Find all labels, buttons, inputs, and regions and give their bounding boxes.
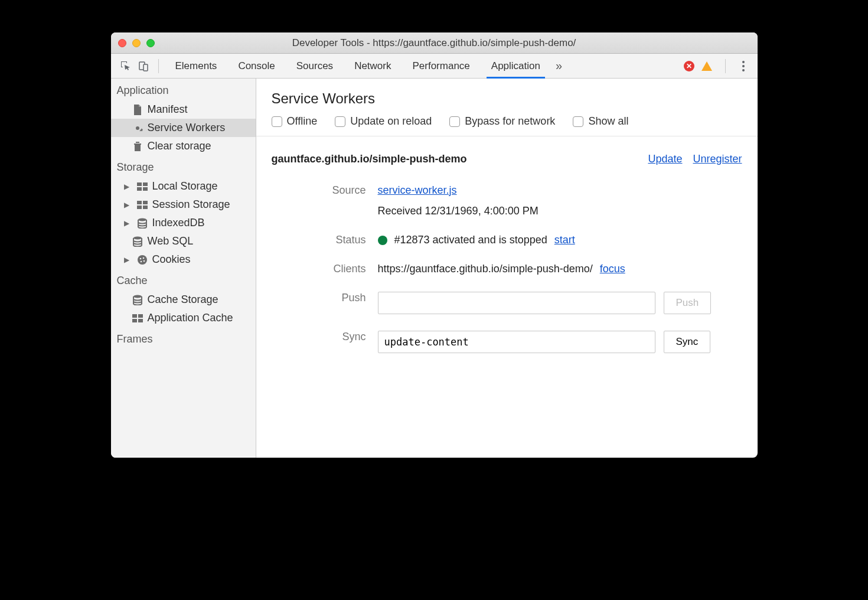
database-icon [132,295,143,305]
sidebar-item-websql[interactable]: Web SQL [111,232,256,250]
sidebar-group-application: Application [111,79,256,100]
tab-elements[interactable]: Elements [165,54,228,79]
application-sidebar: Application Manifest Service Workers Cle… [111,79,256,458]
tabs-overflow-icon[interactable]: » [551,59,567,73]
sidebar-item-session-storage[interactable]: ▶ Session Storage [111,195,256,214]
expand-icon[interactable]: ▶ [124,256,132,264]
update-on-reload-checkbox[interactable]: Update on reload [335,115,432,128]
sidebar-item-label: Local Storage [152,180,218,193]
svg-point-13 [139,257,141,259]
toolbar-right: ✕ [684,59,752,73]
push-input[interactable] [378,292,655,314]
sidebar-item-application-cache[interactable]: Application Cache [111,309,256,327]
sidebar-group-storage: Storage [111,155,256,177]
sidebar-item-clear-storage[interactable]: Clear storage [111,137,256,155]
svg-rect-18 [132,314,137,318]
checkbox-input[interactable] [335,116,345,127]
clients-label: Clients [272,263,378,275]
start-link[interactable]: start [554,234,575,246]
grid-icon [132,313,143,324]
device-toggle-icon[interactable] [135,57,152,75]
settings-menu-icon[interactable] [739,61,748,71]
grid-icon [137,181,148,192]
checkbox-input[interactable] [573,116,583,127]
svg-point-11 [133,236,142,239]
bypass-for-network-checkbox[interactable]: Bypass for network [449,115,555,128]
svg-rect-7 [143,201,148,204]
source-label: Source [272,184,378,197]
sidebar-item-cookies[interactable]: ▶ Cookies [111,250,256,269]
svg-rect-4 [137,187,142,191]
sidebar-group-cache: Cache [111,269,256,291]
focus-link[interactable]: focus [600,263,625,275]
gear-icon [132,123,143,133]
checkbox-label: Bypass for network [465,115,555,128]
grid-icon [137,200,148,210]
svg-point-16 [140,260,142,262]
origin-text: gauntface.github.io/simple-push-demo [272,153,467,165]
sync-input[interactable] [378,331,655,353]
svg-point-14 [142,257,144,259]
origin-row: gauntface.github.io/simple-push-demo Upd… [256,136,758,170]
sidebar-item-indexeddb[interactable]: ▶ IndexedDB [111,214,256,232]
sidebar-item-label: Clear storage [148,140,211,152]
show-all-checkbox[interactable]: Show all [573,115,628,128]
sidebar-group-frames: Frames [111,327,256,349]
sidebar-item-manifest[interactable]: Manifest [111,100,256,119]
tab-application[interactable]: Application [481,54,551,79]
main-panel: Service Workers Offline Update on reload… [256,79,758,458]
sync-label: Sync [272,331,378,343]
push-button[interactable]: Push [664,292,712,314]
source-row: Source service-worker.js Received 12/31/… [272,176,742,226]
file-icon [132,105,143,115]
error-indicator-icon[interactable]: ✕ [684,61,694,71]
sync-row: Sync Sync [272,322,742,361]
expand-icon[interactable]: ▶ [124,182,132,191]
status-label: Status [272,234,378,246]
options-row: Offline Update on reload Bypass for netw… [272,115,742,128]
separator [725,59,726,73]
svg-rect-2 [137,182,142,186]
push-row: Push Push [272,283,742,322]
svg-rect-9 [143,206,148,209]
body: Application Manifest Service Workers Cle… [111,79,758,458]
sidebar-item-cache-storage[interactable]: Cache Storage [111,291,256,309]
sidebar-item-local-storage[interactable]: ▶ Local Storage [111,177,256,195]
expand-icon[interactable]: ▶ [124,219,132,227]
panel-tabs: Elements Console Sources Network Perform… [165,54,684,79]
tab-network[interactable]: Network [344,54,402,79]
offline-checkbox[interactable]: Offline [272,115,318,128]
svg-rect-19 [138,314,143,318]
sidebar-item-label: Web SQL [148,235,194,247]
trash-icon [132,141,143,152]
status-indicator-icon [378,236,387,245]
origin-actions: Update Unregister [648,153,742,165]
detail-grid: Source service-worker.js Received 12/31/… [256,170,758,373]
sidebar-item-service-workers[interactable]: Service Workers [111,119,256,137]
tab-performance[interactable]: Performance [402,54,480,79]
tab-console[interactable]: Console [227,54,285,79]
unregister-link[interactable]: Unregister [693,153,742,165]
panel-title: Service Workers [272,90,742,107]
received-text: Received 12/31/1969, 4:00:00 PM [378,205,742,217]
svg-rect-21 [138,319,143,322]
status-row: Status #12873 activated and is stopped s… [272,226,742,255]
source-link[interactable]: service-worker.js [378,184,457,197]
titlebar: Developer Tools - https://gauntface.gith… [111,32,758,54]
inspect-element-icon[interactable] [117,57,135,75]
checkbox-input[interactable] [272,116,282,127]
status-text: #12873 activated and is stopped [394,234,547,246]
expand-icon[interactable]: ▶ [124,201,132,209]
svg-point-10 [138,218,146,221]
svg-rect-5 [143,187,148,191]
tab-sources[interactable]: Sources [286,54,344,79]
database-icon [132,236,143,247]
update-link[interactable]: Update [648,153,682,165]
svg-rect-20 [132,319,137,322]
sync-button[interactable]: Sync [664,331,711,353]
svg-rect-1 [143,64,148,71]
sidebar-item-label: IndexedDB [152,217,205,229]
warning-indicator-icon[interactable] [701,61,712,71]
checkbox-input[interactable] [449,116,460,127]
svg-point-17 [133,295,142,298]
